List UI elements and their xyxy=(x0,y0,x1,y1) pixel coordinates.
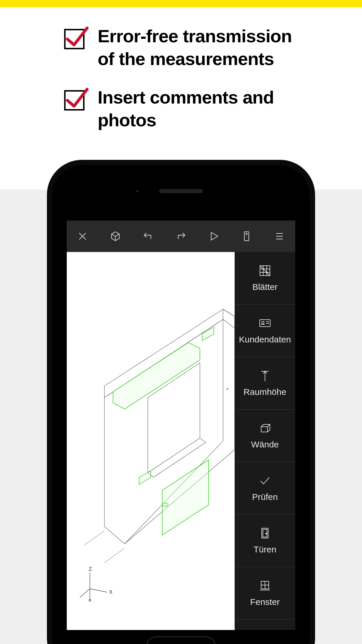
svg-rect-3 xyxy=(139,471,151,484)
side-panel: Blätter Kundendaten Raumhöhe xyxy=(235,252,295,630)
window-icon xyxy=(259,580,271,592)
sidebar-item-walls[interactable]: Wände xyxy=(235,410,295,462)
sidebar-item-label: Wände xyxy=(251,440,279,449)
feature-item: Insert comments and photos xyxy=(64,86,298,131)
app-body: Z X Blätter Kundend xyxy=(67,252,295,630)
sidebar-item-windows[interactable]: Fenster xyxy=(235,567,295,620)
sidebar-item-label: Fenster xyxy=(250,597,280,607)
sidebar-item-label: Raumhöhe xyxy=(244,387,287,397)
play-icon[interactable] xyxy=(207,229,221,243)
menu-icon[interactable] xyxy=(273,229,287,243)
phone-bezel: Z X Blätter Kundend xyxy=(52,165,310,644)
phone-mockup: Z X Blätter Kundend xyxy=(47,160,315,644)
cube-3d-icon[interactable] xyxy=(108,229,122,243)
redo-icon[interactable] xyxy=(174,229,188,243)
grid-x-icon xyxy=(259,265,271,277)
phone-home-button xyxy=(146,636,216,644)
id-card-icon xyxy=(259,317,271,329)
app-screen: Z X Blätter Kundend xyxy=(67,220,295,630)
feature-text: Insert comments and photos xyxy=(98,86,298,131)
height-icon xyxy=(259,370,271,382)
sidebar-item-check[interactable]: Prüfen xyxy=(235,462,295,514)
feature-list: Error-free transmission of the measureme… xyxy=(0,7,362,156)
drawing-canvas[interactable]: Z X xyxy=(67,252,235,630)
sidebar-item-doors[interactable]: Türen xyxy=(235,514,295,567)
close-icon[interactable] xyxy=(75,229,89,243)
sidebar-item-customer[interactable]: Kundendaten xyxy=(235,304,295,357)
door-icon xyxy=(259,527,271,539)
cube-icon xyxy=(259,422,271,434)
sidebar-item-label: Türen xyxy=(254,545,276,554)
svg-point-9 xyxy=(262,321,264,324)
svg-point-5 xyxy=(226,388,228,390)
sidebar-item-sheets[interactable]: Blätter xyxy=(235,252,295,304)
svg-point-1 xyxy=(246,234,247,235)
checkmark-icon xyxy=(64,90,85,111)
sidebar-item-height[interactable]: Raumhöhe xyxy=(235,357,295,410)
feature-item: Error-free transmission of the measureme… xyxy=(64,25,298,70)
sidebar-item-label: Prüfen xyxy=(252,492,278,502)
checkmark-icon xyxy=(64,29,85,49)
device-icon[interactable] xyxy=(240,229,254,243)
app-toolbar xyxy=(67,220,295,252)
check-icon xyxy=(259,475,271,487)
feature-text: Error-free transmission of the measureme… xyxy=(98,25,298,70)
brand-accent-bar xyxy=(0,0,362,7)
axis-z-label: Z xyxy=(89,566,92,572)
svg-point-12 xyxy=(266,533,267,534)
phone-speaker xyxy=(159,189,203,193)
sidebar-item-label: Kundendaten xyxy=(239,335,291,344)
sidebar-item-label: Blätter xyxy=(252,282,278,292)
undo-icon[interactable] xyxy=(141,229,155,243)
axis-x-label: X xyxy=(109,589,113,595)
